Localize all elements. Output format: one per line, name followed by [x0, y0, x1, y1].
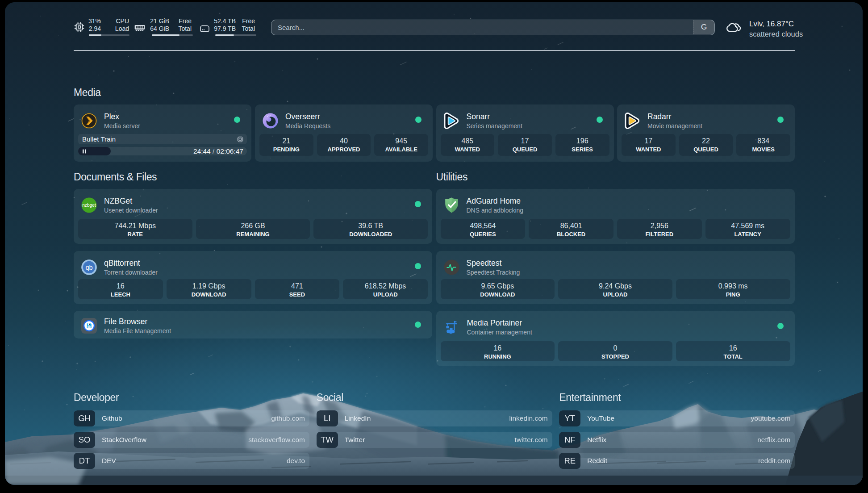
svg-text:nzbget: nzbget	[82, 203, 96, 208]
svg-text:qb: qb	[85, 263, 92, 271]
